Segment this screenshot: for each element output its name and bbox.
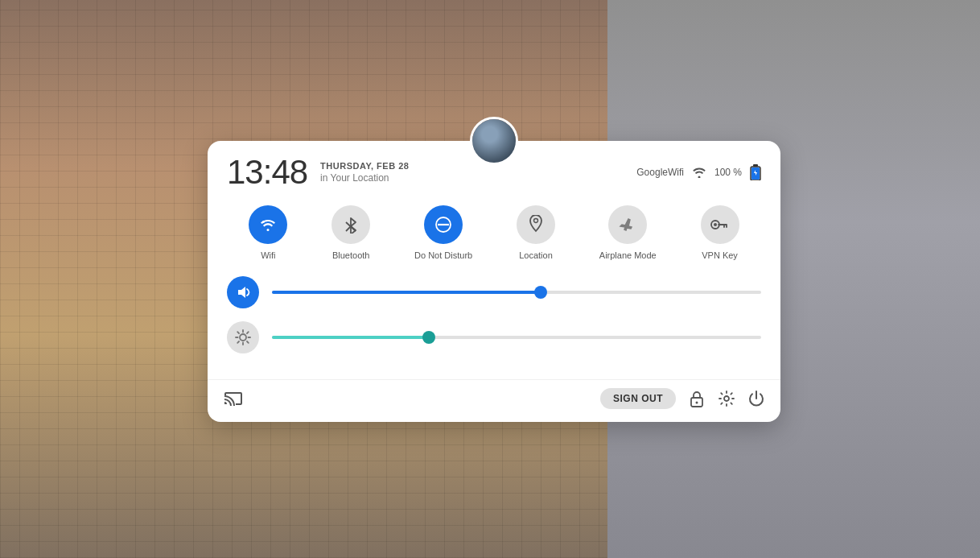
toggle-do-not-disturb[interactable]: Do Not Disturb bbox=[414, 205, 472, 260]
power-button[interactable] bbox=[748, 390, 764, 407]
dnd-toggle-circle bbox=[424, 205, 463, 244]
cast-button[interactable] bbox=[224, 391, 243, 407]
panel-footer: SIGN OUT bbox=[208, 379, 780, 422]
svg-point-21 bbox=[696, 402, 698, 404]
time-display: 13:48 bbox=[227, 155, 307, 189]
brightness-track[interactable] bbox=[272, 336, 761, 339]
location-line: in Your Location bbox=[320, 172, 624, 184]
battery-percentage: 100 % bbox=[714, 167, 742, 178]
airplane-label: Airplane Mode bbox=[599, 250, 657, 260]
toggle-location[interactable]: Location bbox=[517, 205, 555, 260]
svg-marker-10 bbox=[238, 287, 245, 298]
volume-slider-row bbox=[227, 276, 761, 308]
brightness-fill bbox=[272, 336, 429, 339]
quick-settings-panel: 13:48 THURSDAY, FEB 28 in Your Location … bbox=[208, 141, 780, 422]
avatar-image bbox=[472, 119, 516, 163]
bluetooth-label: Bluetooth bbox=[332, 250, 369, 260]
svg-point-11 bbox=[240, 334, 246, 341]
toggles-row: Wifi Bluetooth Do Not Dist bbox=[208, 196, 780, 273]
wifi-network-name: GoogleWifi bbox=[636, 167, 684, 178]
sliders-section bbox=[208, 273, 780, 379]
lock-button[interactable] bbox=[689, 390, 705, 407]
svg-line-16 bbox=[237, 332, 239, 333]
wifi-label: Wifi bbox=[261, 250, 275, 260]
wifi-icon bbox=[692, 167, 706, 178]
toggle-airplane-mode[interactable]: Airplane Mode bbox=[599, 205, 657, 260]
airplane-toggle-circle bbox=[608, 205, 647, 244]
status-block: GoogleWifi 100 % bbox=[636, 164, 761, 180]
toggle-bluetooth[interactable]: Bluetooth bbox=[331, 205, 370, 260]
sign-out-button[interactable]: SIGN OUT bbox=[600, 388, 676, 409]
location-toggle-circle bbox=[517, 205, 555, 244]
avatar[interactable] bbox=[470, 117, 518, 165]
svg-line-17 bbox=[247, 341, 249, 343]
date-line: THURSDAY, FEB 28 bbox=[320, 161, 624, 171]
vpn-label: VPN Key bbox=[702, 250, 738, 260]
battery-icon bbox=[750, 164, 761, 180]
vpn-toggle-circle bbox=[701, 205, 739, 244]
volume-fill bbox=[272, 291, 541, 294]
brightness-thumb[interactable] bbox=[422, 331, 435, 344]
date-block: THURSDAY, FEB 28 in Your Location bbox=[320, 161, 624, 184]
svg-line-18 bbox=[237, 341, 239, 343]
toggle-vpn-key[interactable]: VPN Key bbox=[701, 205, 739, 260]
volume-thumb[interactable] bbox=[534, 286, 547, 299]
footer-right: SIGN OUT bbox=[600, 388, 764, 409]
toggle-wifi[interactable]: Wifi bbox=[249, 205, 287, 260]
svg-rect-1 bbox=[753, 164, 758, 167]
volume-button[interactable] bbox=[227, 276, 259, 308]
svg-point-9 bbox=[714, 223, 717, 226]
svg-point-7 bbox=[533, 219, 537, 223]
location-label: Location bbox=[519, 250, 553, 260]
svg-line-19 bbox=[247, 332, 249, 333]
brightness-button[interactable] bbox=[227, 321, 259, 353]
bluetooth-toggle-circle bbox=[331, 205, 370, 244]
volume-track[interactable] bbox=[272, 291, 761, 294]
time-block: 13:48 bbox=[227, 155, 307, 189]
dnd-label: Do Not Disturb bbox=[414, 250, 472, 260]
svg-point-22 bbox=[724, 396, 729, 401]
wifi-toggle-circle bbox=[249, 205, 287, 244]
settings-button[interactable] bbox=[718, 390, 735, 407]
brightness-slider-row bbox=[227, 321, 761, 353]
